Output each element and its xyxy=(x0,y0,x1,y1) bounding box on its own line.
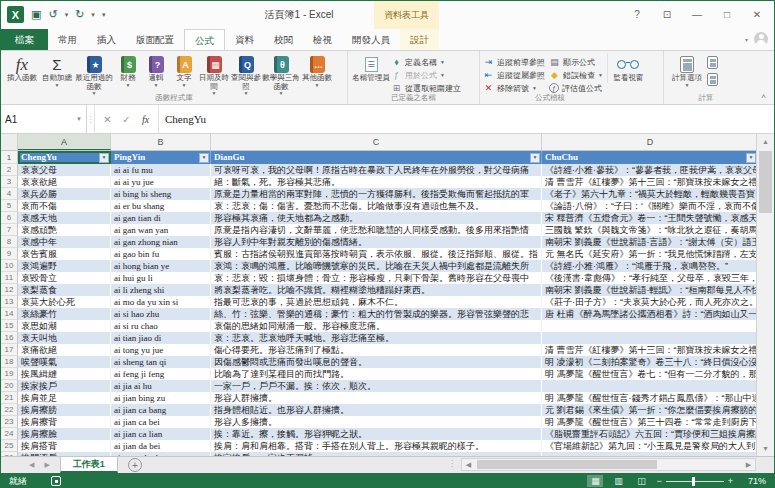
row-number[interactable]: 6 xyxy=(1,212,18,224)
cell-diangu[interactable]: 形容極其哀痛，使天地都為之感動。 xyxy=(211,212,542,224)
define-name-button[interactable]: ⬧ 定義名稱▼ xyxy=(391,56,461,68)
cell-chuchu[interactable]: 三國魏 繁欽《與魏文帝箋》：“咏北狄之遐征，奏胡馬之長嘶，淒入肝脾，哀感頑艷。” xyxy=(542,224,758,236)
cell-diangu[interactable]: 形容人群擁擠。 xyxy=(211,392,542,404)
cell-chengyu[interactable]: 哀天叫地 xyxy=(18,332,111,344)
row-number[interactable]: 1 xyxy=(1,151,18,164)
row-number[interactable]: 4 xyxy=(1,188,18,200)
customize-qat-icon[interactable]: ▾ xyxy=(102,11,106,19)
horizontal-scrollbar-thumb[interactable] xyxy=(477,460,657,469)
row-number[interactable]: 22 xyxy=(1,404,18,416)
cell-pingyin[interactable]: ai mo da yu xin si xyxy=(111,296,211,308)
cell-chengyu[interactable]: 哀鴻遍野 xyxy=(18,260,111,272)
tab-home[interactable]: 常用 xyxy=(48,29,87,50)
cell-chengyu[interactable]: 哀思如潮 xyxy=(18,320,111,332)
horizontal-scrollbar[interactable]: ◀ ▶ xyxy=(461,458,756,471)
row-number[interactable]: 2 xyxy=(1,164,18,176)
cell-chengyu[interactable]: 挨肩擦臉 xyxy=(18,428,111,440)
cell-diangu[interactable]: 因傷感鬱悶或悲痛而發出嘆息的聲音。 xyxy=(211,356,542,368)
cell-pingyin[interactable]: ai ai fu mu xyxy=(111,164,211,176)
tab-insert[interactable]: 插入 xyxy=(87,29,126,50)
cell-chuchu[interactable] xyxy=(542,320,758,332)
filter-dropdown-icon[interactable]: ▼ xyxy=(530,153,540,163)
user-avatar[interactable] xyxy=(754,32,768,46)
row-number[interactable]: 8 xyxy=(1,236,18,248)
row-number[interactable]: 11 xyxy=(1,272,18,284)
scroll-left-icon[interactable]: ◀ xyxy=(462,461,475,469)
watch-window-button[interactable]: 監看視窗 xyxy=(607,53,649,83)
column-header-c[interactable]: C xyxy=(211,134,542,150)
tab-page-layout[interactable]: 版面配置 xyxy=(126,29,184,50)
table-header-pingyin[interactable]: PingYin ▼ xyxy=(111,151,211,164)
cell-diangu[interactable]: 挨肩：肩和肩相靠。搭背：手搭在別人背上。形容極其親昵的樣子。 xyxy=(211,440,542,452)
cell-chengyu[interactable]: 哀而不傷 xyxy=(18,200,111,212)
redo-icon[interactable]: ↻ xyxy=(75,8,84,21)
recent-functions-button[interactable]: ★ 最近用過的函數 ▼ xyxy=(74,53,114,95)
cell-pingyin[interactable]: ai tong yu jue xyxy=(111,344,211,356)
minimize-icon[interactable]: — xyxy=(684,5,710,23)
cell-chuchu[interactable]: 明 馮夢龍《醒世恆言》第三十四卷：“常常走到廚房下，挨肩擦背，調嘴弄 xyxy=(542,416,758,428)
cell-chengyu[interactable]: 哀哀欲絕 xyxy=(18,176,111,188)
cell-pingyin[interactable]: ai li zheng shi xyxy=(111,284,211,296)
cell-pingyin[interactable]: ai gan wan yan xyxy=(111,224,211,236)
sign-in-dropdown-icon[interactable]: ▾ xyxy=(745,36,748,43)
insert-function-fx-icon[interactable]: fx xyxy=(137,114,154,125)
select-all-corner[interactable] xyxy=(1,134,18,150)
use-in-formula-button[interactable]: ƒ 用於公式▼ xyxy=(391,69,461,81)
row-number[interactable]: 23 xyxy=(1,416,18,428)
cell-pingyin[interactable]: ai si ru chao xyxy=(111,320,211,332)
formula-input[interactable]: ChengYu xyxy=(159,105,774,133)
cell-pingyin[interactable]: ai si hao zhu xyxy=(111,308,211,320)
trace-dependents-button[interactable]: ⇤ 追蹤從屬參照 xyxy=(483,69,545,81)
cell-pingyin[interactable]: ai sheng tan qi xyxy=(111,356,211,368)
undo-icon[interactable]: ↺ xyxy=(48,8,57,21)
close-icon[interactable]: ✕ xyxy=(744,5,770,23)
lookup-reference-button[interactable]: Q 查閱與參照 ▼ xyxy=(230,53,262,95)
row-number[interactable]: 15 xyxy=(1,320,18,332)
table-header-chuchu[interactable]: ChuChu ▼ xyxy=(542,151,758,164)
new-sheet-icon[interactable]: + xyxy=(128,458,142,472)
cell-pingyin[interactable]: ai hui gu li xyxy=(111,272,211,284)
cell-chengyu[interactable]: 挨肩擦膀 xyxy=(18,404,111,416)
enter-icon[interactable]: ✓ xyxy=(118,114,135,125)
tab-table-design[interactable]: 設計 xyxy=(400,29,439,50)
filter-dropdown-icon[interactable]: ▼ xyxy=(99,153,109,163)
cell-chengyu[interactable]: 哀告賓服 xyxy=(18,248,111,260)
cell-diangu[interactable]: 傷心得要死。形容悲痛到了極點。 xyxy=(211,344,542,356)
filter-dropdown-icon[interactable]: ▼ xyxy=(199,153,209,163)
undo-dropdown-icon[interactable]: ▾ xyxy=(65,11,69,19)
cell-chuchu[interactable]: 元 劉君錫《來生債》第一折：“你怎麼偪要挨肩擦膀的，好著手往我懷裡摸 xyxy=(542,404,758,416)
cell-pingyin[interactable]: ai tian jiao di xyxy=(111,332,211,344)
cell-chengyu[interactable]: 挨肩擦背 xyxy=(18,416,111,428)
cell-diangu[interactable]: 哀：悲哀；毀：損壞身體；骨立：形容極瘦，只剩下骨架。舊時形容在父母喪中 xyxy=(211,272,542,284)
tab-formulas[interactable]: 公式 xyxy=(184,29,225,50)
save-icon[interactable]: ▣ xyxy=(31,8,41,21)
name-manager-button[interactable]: ☰ 名稱管理員 xyxy=(351,53,391,83)
row-number[interactable]: 20 xyxy=(1,380,18,392)
cell-chengyu[interactable]: 挨肩搭背 xyxy=(18,440,111,452)
financial-button[interactable]: $ 財務 ▼ xyxy=(114,53,142,87)
cell-pingyin[interactable]: ai jia ai hu xyxy=(111,380,211,392)
cell-diangu[interactable]: 哀鴻：哀鳴的鴻雁。比喻啼饑號寒的災民。比喻在天災人禍中到處都是流離失所 xyxy=(211,260,542,272)
tab-data[interactable]: 資料 xyxy=(225,29,264,50)
scroll-right-icon[interactable]: ▶ xyxy=(742,461,755,469)
vertical-scrollbar[interactable]: ▲ ▼ xyxy=(756,134,774,456)
row-number[interactable]: 3 xyxy=(1,176,18,188)
cell-chuchu[interactable]: 《老子》第六十九章：“禍莫大於輕敵，輕敵幾喪吾寶，故抗兵相加，哀者勝矣。” xyxy=(542,188,758,200)
zoom-in-icon[interactable]: + xyxy=(728,476,733,486)
date-time-button[interactable]: ▦ 日期及時間 ▼ xyxy=(198,53,230,95)
row-number[interactable]: 21 xyxy=(1,392,18,404)
column-header-a[interactable]: A xyxy=(18,134,111,150)
cell-diangu[interactable]: 形容人多擁擠。 xyxy=(211,416,542,428)
redo-dropdown-icon[interactable]: ▾ xyxy=(91,11,95,19)
cell-chuchu[interactable]: 《官場維新記》第九回：“小玉鳳見是警察局的大人到了，連忙拋了各客， xyxy=(542,440,758,452)
cell-pingyin[interactable]: ai jian ca bei xyxy=(111,416,211,428)
cell-pingyin[interactable]: ai jian bing zu xyxy=(111,392,211,404)
cell-chuchu[interactable]: 明 馮夢龍《醒世恆言》卷七：“但有一二分才貌的，那一個不挨風緝縫，央 xyxy=(542,368,758,380)
cell-chengyu[interactable]: 挨家挨戶 xyxy=(18,380,111,392)
macro-record-icon[interactable] xyxy=(51,476,61,486)
cell-chuchu[interactable]: 《詩經·小雅·鴻雁》：“鴻雁于飛，哀鳴嗸嗸。” xyxy=(542,260,758,272)
cell-pingyin[interactable]: ai bing bi sheng xyxy=(111,188,211,200)
cell-chuchu[interactable]: 南朝宋 劉義慶《世說新語·言語》：“謝太傅（安）語王右軍（王羲之）曰： xyxy=(542,236,758,248)
show-formulas-button[interactable]: ▤ 顯示公式 xyxy=(549,56,603,68)
zoom-level[interactable]: 71% xyxy=(740,476,766,486)
